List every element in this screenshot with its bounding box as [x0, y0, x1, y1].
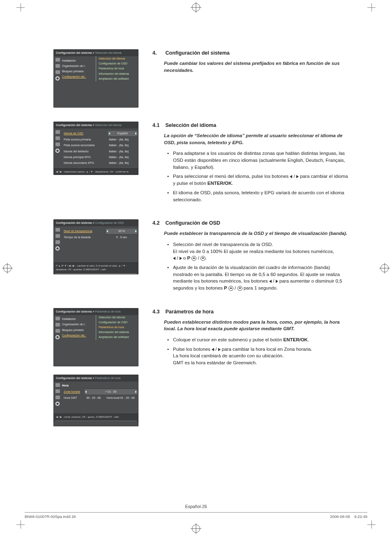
right-arrow-icon	[135, 230, 137, 232]
osd-breadcrumb-sub: Parámetros de hora	[95, 377, 121, 380]
page-content: Configuración del sistema > Selección de…	[53, 49, 351, 440]
crop-marks-bottom	[0, 520, 392, 533]
osd-screenshot-osd-config: Configuración del sistema > Configuració…	[53, 219, 138, 274]
osd-row-value: + 01 : 00	[105, 390, 116, 393]
osd-row-value: Italian - (ita, ita)	[107, 154, 138, 160]
osd-subheader: Hora	[62, 383, 138, 389]
bullet-text: Pulse los botones / para cambiar la hora…	[170, 346, 351, 366]
osd-row-label: Idioma secundario EPG	[62, 160, 107, 166]
osd-scrollbar	[54, 273, 138, 274]
osd-submenu-item: Configuración de OSD	[99, 61, 138, 66]
section-title: Selección del idioma	[165, 122, 216, 128]
registration-mark-icon	[192, 3, 200, 12]
left-arrow-icon	[269, 280, 272, 283]
osd-tab-icon	[55, 149, 60, 153]
button-name-label: ENTER/OK	[284, 337, 308, 342]
section-4-3: Configuración del sistema > Parámetros d…	[53, 308, 351, 369]
button-name-label: P	[224, 285, 227, 290]
osd-breadcrumb: Configuración del sistema >	[56, 51, 95, 54]
osd-breadcrumb: Configuración del sistema >	[56, 377, 95, 380]
section-title: Parámetros de hora	[165, 309, 213, 315]
left-arrow-icon	[108, 132, 110, 135]
osd-language-table: Idioma de OSDEspañol Pista sonora primar…	[62, 130, 138, 166]
bullet-text: Para seleccionar el menú del idioma, pul…	[170, 173, 351, 186]
osd-tab-icon	[55, 136, 60, 140]
osd-footer-help: ◀ / ▶ - seleccionar opción, ▲ / ▼ - desp…	[54, 168, 138, 175]
osd-tab-icon	[55, 317, 60, 320]
page-number-label: Español-26	[0, 504, 392, 509]
osd-tab-icon	[55, 389, 60, 393]
crop-corner	[16, 3, 25, 12]
osd-tab-icon	[55, 329, 60, 333]
section-4-1: Configuración del sistema > Selección de…	[53, 122, 351, 205]
print-time-label: 9:22:49	[354, 514, 367, 519]
osd-breadcrumb: Configuración del sistema >	[56, 124, 95, 127]
bullet-text: Coloque el cursor en este submenú y puls…	[170, 336, 351, 343]
osd-row-value: Italian - (ita, ita)	[107, 137, 138, 143]
button-name-label: ENTER/OK	[208, 181, 232, 186]
right-arrow-icon	[276, 280, 278, 283]
osd-submenu-item: Parámetros de hora	[99, 66, 138, 71]
down-ring-icon	[238, 286, 242, 291]
osd-screenshot-timezone: Configuración del sistema > Parámetros d…	[53, 375, 138, 426]
osd-row-label: Hora GMT	[62, 395, 84, 401]
right-arrow-icon	[180, 257, 182, 260]
osd-footer-help: P ▲ /P ▼ / ◀ / ▶ - cambiar el valor, 0~9…	[54, 262, 138, 272]
left-arrow-icon	[106, 230, 108, 232]
manual-page: Configuración del sistema > Selección de…	[0, 0, 392, 536]
crop-corner	[367, 520, 376, 529]
left-arrow-icon	[85, 391, 87, 393]
osd-row-label: Pista sonora primaria	[62, 137, 107, 143]
osd-tab-icon	[55, 240, 60, 244]
osd-tab-icon	[55, 64, 60, 68]
osd-tab-icon	[55, 70, 60, 74]
osd-row-label: Pista sonora secundaria	[62, 143, 107, 148]
right-arrow-icon	[135, 132, 137, 135]
bullet-text: Ajuste de la duración de la visualizació…	[170, 264, 351, 292]
section-lead: Pueden establecerse distintos modos para…	[164, 319, 351, 332]
osd-submenu-item: Selección del idioma	[99, 56, 138, 61]
osd-row-label: Zona horaria	[62, 389, 84, 395]
osd-tab-icon	[55, 246, 60, 251]
osd-tab-icon	[55, 396, 60, 399]
section-4-3-osd2: Configuración del sistema > Parámetros d…	[53, 375, 351, 426]
subsection-heading: 4.1 Selección del idioma	[152, 122, 351, 129]
subsection-heading: 4.2 Configuración de OSD	[152, 219, 351, 227]
osd-row-value: 90 %	[118, 230, 125, 232]
osd-row-label: Idioma de OSD	[62, 131, 107, 137]
osd-tab-icon	[55, 323, 60, 327]
osd-breadcrumb-sub: Selección del idioma	[95, 124, 122, 127]
up-ring-icon	[228, 286, 233, 291]
button-name-label: P	[187, 255, 190, 260]
bullet-text: El idioma de OSD, pista sonora, teletext…	[170, 189, 351, 203]
section-4: Configuración del sistema > Selección de…	[53, 49, 351, 108]
osd-submenu-item: Información del sistema	[99, 330, 138, 335]
osd-config-table: Nivel de transparencia90 % Tiempo de la …	[62, 228, 138, 240]
osd-submenu-item: Información del sistema	[99, 71, 138, 76]
subsection-heading: 4.3 Parámetros de hora	[152, 308, 351, 315]
print-file-label: BN68-01007R-00Spa.indd 26	[25, 514, 76, 519]
osd-tab-icon	[55, 143, 60, 146]
right-arrow-icon	[218, 348, 221, 351]
left-arrow-icon	[173, 257, 175, 260]
osd-submenu-item: Parámetros de hora	[99, 325, 138, 330]
osd-scrollbar	[54, 420, 138, 422]
print-footer: BN68-01007R-00Spa.indd 26 2006-08-08 9:2…	[25, 512, 367, 519]
registration-mark-icon	[3, 264, 12, 272]
bullet-text: Selección del nivel de transparencia de …	[170, 241, 351, 262]
registration-mark-icon	[380, 264, 389, 272]
section-title: Configuración de OSD	[165, 220, 220, 226]
osd-submenu-item: Ampliación del software	[99, 76, 138, 81]
section-lead: Puede establecer la transparencia de la …	[164, 230, 351, 237]
osd-row-value: Italian - (ita, ita)	[107, 160, 138, 166]
osd-tab-icon	[55, 228, 60, 232]
osd-breadcrumb-sub: Parámetros de hora	[95, 310, 121, 313]
osd-screenshot-time-params: Configuración del sistema > Parámetros d…	[53, 308, 138, 366]
osd-footer-help: ◀ / ▶ - camb. posicion, OK - guard., D.M…	[54, 414, 138, 420]
osd-row-value: Español	[118, 132, 128, 135]
up-ring-icon	[191, 256, 196, 261]
section-4-2: Configuración del sistema > Configuració…	[53, 219, 351, 294]
left-arrow-icon	[212, 348, 214, 351]
osd-time-table: Zona horaria+ 01 : 00 Hora GMT 00 : 20 :…	[62, 389, 138, 401]
section-number: 4.1	[152, 122, 164, 129]
